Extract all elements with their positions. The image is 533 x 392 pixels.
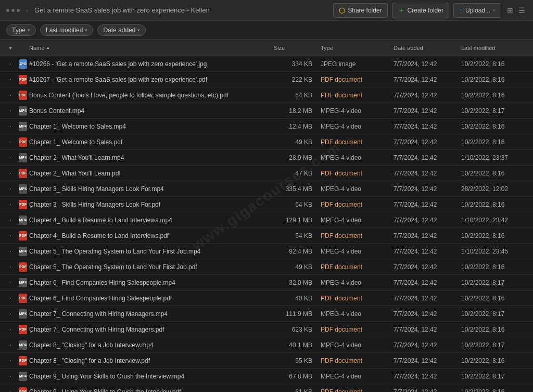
table-row[interactable]: • PDF Chapter 1_ Welcome to Sales.pdf 49… — [0, 134, 533, 150]
file-name: Bonus Content.mp4 — [29, 107, 274, 115]
date-added-col-label: Date added — [394, 45, 423, 51]
file-date-added: 7/7/2024, 12:42 — [394, 263, 461, 271]
file-type: PDF document — [321, 326, 394, 333]
row-bullet: • — [4, 233, 17, 238]
file-type: MPEG-4 video — [321, 248, 394, 255]
file-date-added: 7/7/2024, 12:42 — [394, 170, 461, 177]
file-size: 32.0 MB — [274, 279, 321, 286]
row-bullet: • — [4, 296, 17, 300]
file-last-modified: 10/2/2022, 8:16 — [461, 388, 529, 393]
upload-button[interactable]: ↑ Upload... ▾ — [453, 3, 501, 18]
file-icon: PDF — [17, 387, 29, 393]
row-bullet: • — [4, 249, 17, 254]
file-icon: PDF — [17, 356, 29, 365]
file-size: 12.4 MB — [274, 123, 321, 130]
row-bullet: • — [4, 186, 17, 191]
jpg-icon: JPG — [19, 59, 27, 69]
file-type: PDF document — [321, 357, 394, 364]
table-row[interactable]: • MP4 Bonus Content.mp4 18.2 MB MPEG-4 v… — [0, 103, 533, 119]
file-name: Chapter 2_ What You'll Learn.pdf — [29, 170, 274, 177]
table-row[interactable]: • MP4 Chapter 1_ Welcome to Sales.mp4 12… — [0, 119, 533, 134]
table-row[interactable]: • MP4 Chapter 2_ What You'll Learn.mp4 2… — [0, 150, 533, 166]
file-icon: PDF — [17, 231, 29, 241]
last-modified-filter[interactable]: Last modified ▾ — [40, 24, 93, 36]
file-date-added: 7/7/2024, 12:42 — [394, 373, 461, 380]
file-size: 95 KB — [274, 357, 321, 364]
file-date-added: 7/7/2024, 12:42 — [394, 92, 461, 99]
file-date-added: 7/7/2024, 12:42 — [394, 342, 461, 349]
file-size: 64 KB — [274, 201, 321, 208]
file-icon: PDF — [17, 200, 29, 209]
table-row[interactable]: • PDF Chapter 9_ Using Your Skills to Cr… — [0, 384, 533, 392]
table-row[interactable]: • MP4 Chapter 7_ Connecting with Hiring … — [0, 306, 533, 322]
table-row[interactable]: • PDF Bonus Content (Tools I love, peopl… — [0, 87, 533, 103]
file-name: #10267 - 'Get a remote SaaS sales job wi… — [29, 76, 274, 83]
file-date-added: 7/7/2024, 12:42 — [394, 217, 461, 224]
create-label: Create folder — [408, 7, 443, 14]
select-all-checkbox[interactable]: ▾ — [4, 44, 17, 52]
upload-label: Upload... — [465, 7, 490, 14]
table-row[interactable]: • PDF #10267 - 'Get a remote SaaS sales … — [0, 72, 533, 87]
file-last-modified: 10/2/2022, 8:17 — [461, 373, 529, 380]
table-row[interactable]: • MP4 Chapter 5_ The Operating System to… — [0, 244, 533, 259]
file-last-modified: 10/2/2022, 8:16 — [461, 170, 529, 177]
table-row[interactable]: • PDF Chapter 6_ Find Companies Hiring S… — [0, 290, 533, 306]
type-filter[interactable]: Type ▾ — [6, 24, 36, 36]
last-modified-col-header[interactable]: Last modified — [461, 45, 529, 51]
table-row[interactable]: • PDF Chapter 3_ Skills Hiring Managers … — [0, 197, 533, 212]
type-label: Type — [321, 45, 333, 51]
table-row[interactable]: • PDF Chapter 2_ What You'll Learn.pdf 4… — [0, 166, 533, 181]
date-added-col-header[interactable]: Date added — [394, 45, 461, 51]
row-bullet: • — [4, 264, 17, 269]
table-row[interactable]: • MP4 Chapter 6_ Find Companies Hiring S… — [0, 275, 533, 290]
pdf-icon: PDF — [19, 231, 27, 241]
table-row[interactable]: • MP4 Chapter 3_ Skills Hiring Managers … — [0, 181, 533, 197]
name-sort-icon: ▲ — [46, 45, 50, 50]
type-col-header[interactable]: Type — [321, 45, 394, 51]
table-row[interactable]: • MP4 Chapter 8_ "Closing" for a Job Int… — [0, 337, 533, 353]
name-label: Name — [29, 45, 44, 51]
table-row[interactable]: • JPG #10266 - 'Get a remote SaaS sales … — [0, 56, 533, 72]
share-folder-button[interactable]: ⬡ Share folder — [333, 3, 387, 18]
row-bullet: • — [4, 202, 17, 207]
file-icon: MP4 — [17, 372, 29, 381]
breadcrumb: Get a remote SaaS sales job with zero ex… — [34, 6, 210, 14]
file-date-added: 7/7/2024, 12:42 — [394, 107, 461, 115]
pdf-icon: PDF — [19, 325, 27, 334]
table-row[interactable]: • PDF Chapter 5_ The Operating System to… — [0, 259, 533, 275]
last-modified-arrow: ▾ — [85, 28, 87, 33]
file-type: PDF document — [321, 92, 394, 99]
file-icon: MP4 — [17, 340, 29, 350]
grid-view-button[interactable]: ⊞ — [505, 5, 515, 16]
size-col-header[interactable]: Size — [274, 45, 321, 51]
table-row[interactable]: • MP4 Chapter 4_ Build a Resume to Land … — [0, 212, 533, 228]
table-row[interactable]: • PDF Chapter 8_ "Closing" for a Job Int… — [0, 353, 533, 369]
file-size: 129.1 MB — [274, 217, 321, 224]
top-bar: › Get a remote SaaS sales job with zero … — [0, 0, 533, 21]
file-size: 40 KB — [274, 295, 321, 302]
file-last-modified: 10/2/2022, 8:16 — [461, 232, 529, 239]
table-row[interactable]: • MP4 Chapter 9_ Using Your Skills to Cr… — [0, 369, 533, 384]
file-type: PDF document — [321, 295, 394, 302]
table-row[interactable]: • PDF Chapter 4_ Build a Resume to Land … — [0, 228, 533, 244]
date-added-arrow: ▾ — [137, 28, 140, 33]
file-icon: MP4 — [17, 216, 29, 225]
row-bullet: • — [4, 61, 17, 66]
file-size: 623 KB — [274, 326, 321, 333]
file-size: 222 KB — [274, 76, 321, 83]
table-row[interactable]: • PDF Chapter 7_ Connecting with Hiring … — [0, 322, 533, 337]
file-size: 334 KB — [274, 60, 321, 68]
list-view-button[interactable]: ☰ — [517, 5, 527, 16]
file-last-modified: 10/2/2022, 8:17 — [461, 107, 529, 115]
row-bullet: • — [4, 311, 17, 316]
create-folder-button[interactable]: ＋ Create folder — [392, 3, 449, 18]
last-modified-label: Last modified — [46, 27, 83, 34]
file-type: PDF document — [321, 170, 394, 177]
file-last-modified: 10/2/2022, 8:16 — [461, 357, 529, 364]
dot2 — [11, 9, 15, 12]
row-bullet: • — [4, 280, 17, 285]
date-added-filter[interactable]: Date added ▾ — [97, 24, 146, 36]
pdf-icon: PDF — [19, 200, 27, 209]
name-col-header[interactable]: Name ▲ — [29, 45, 274, 51]
file-name: Chapter 9_ Using Your Skills to Crush th… — [29, 373, 274, 380]
